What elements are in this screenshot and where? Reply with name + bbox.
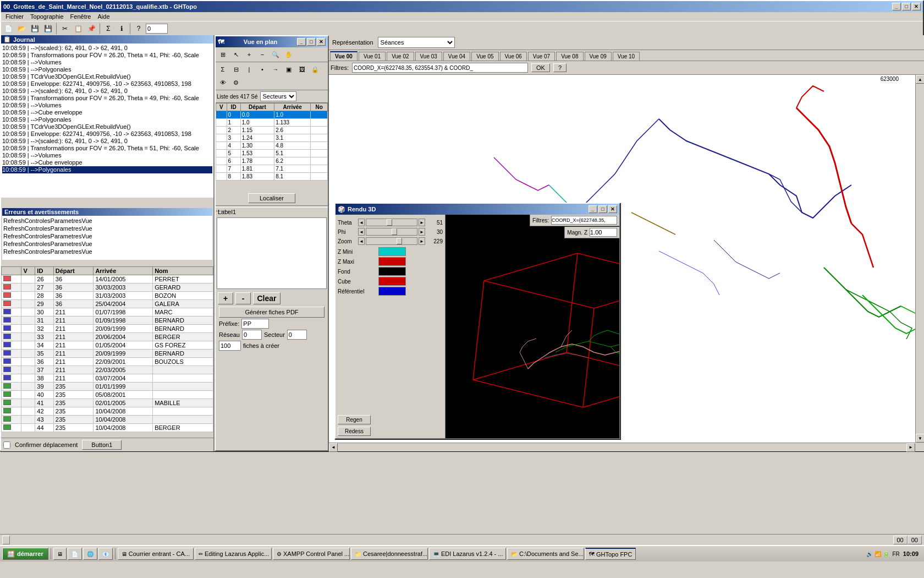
menu-fichier[interactable]: Fichier xyxy=(2,13,27,20)
search-input[interactable] xyxy=(146,24,168,34)
col-nom[interactable]: Nom xyxy=(153,267,213,275)
plan-btn2-frame[interactable]: ▣ xyxy=(283,63,295,75)
prefixe-input[interactable] xyxy=(241,319,269,329)
col-arrivee[interactable]: Arrivée xyxy=(94,267,153,275)
table-row[interactable]: 28 36 31/03/2003 BOZON xyxy=(2,292,213,300)
map-hscroll[interactable]: ◄ ► xyxy=(329,443,915,451)
secteur-row[interactable]: 4 1.30 4.8 xyxy=(216,142,328,150)
sect-col-depart[interactable]: Départ xyxy=(240,103,274,111)
vue-plan-close[interactable]: ✕ xyxy=(317,38,326,46)
plan-btn-move[interactable]: ✋ xyxy=(283,48,295,61)
taskbar-item-edi[interactable]: 💻 EDI Lazarus v1.2.4 - ... xyxy=(429,548,506,560)
tab-vue09[interactable]: Vue 09 xyxy=(585,52,612,61)
sect-col-arrivee[interactable]: Arrivée xyxy=(274,103,311,111)
taskbar-quick4[interactable]: 📧 xyxy=(98,548,113,560)
fond-color-box[interactable] xyxy=(378,267,406,276)
secteurs-table-container[interactable]: V ID Départ Arrivée No 0 0.0 1.0 1 1.0 xyxy=(216,103,328,191)
table-row[interactable]: 32 211 20/09/1999 BERNARD xyxy=(2,325,213,333)
taskbar-item-courrier[interactable]: 🖥 Courrier entrant - CA... xyxy=(118,548,194,560)
plan-btn2-dot[interactable]: • xyxy=(256,63,268,75)
tab-vue02[interactable]: Vue 02 xyxy=(387,52,414,61)
cut-button[interactable]: ✂ xyxy=(59,23,71,35)
theta-left-arrow[interactable]: ◄ xyxy=(358,219,365,226)
save2-button[interactable]: 💾 xyxy=(42,23,54,35)
phi-right-arrow[interactable]: ► xyxy=(419,228,425,236)
plan-btn2-lock[interactable]: 🔒 xyxy=(309,63,321,75)
open-button[interactable]: 📂 xyxy=(15,23,28,35)
pdf-plus-button[interactable]: + xyxy=(218,292,233,304)
hscroll-left[interactable]: ◄ xyxy=(329,443,338,452)
tab-vue01[interactable]: Vue 01 xyxy=(359,52,386,61)
plan-btn-zoom-out[interactable]: − xyxy=(256,48,268,61)
taskbar-item-editing[interactable]: ✏ Editing Lazarus Applic... xyxy=(195,548,272,560)
tab-vue05[interactable]: Vue 05 xyxy=(471,52,498,61)
menu-aide[interactable]: Aide xyxy=(95,13,113,20)
rendu-3d-close[interactable]: ✕ xyxy=(608,205,617,213)
zoom-right-arrow[interactable]: ► xyxy=(419,237,425,245)
magn-input[interactable] xyxy=(590,228,617,237)
sum-button[interactable]: Σ xyxy=(102,23,114,35)
plan-btn-search[interactable]: 🔍 xyxy=(270,48,282,61)
taskbar-quick2[interactable]: 📄 xyxy=(68,548,82,560)
journal-body[interactable]: 10:08:59 | -->(scaled:): 62, 491, 0 -> 6… xyxy=(1,43,213,198)
col-depart[interactable]: Départ xyxy=(53,267,94,275)
plan-btn2-arrow[interactable]: → xyxy=(270,63,282,75)
plan-btn-zoom-in[interactable]: + xyxy=(243,48,255,61)
plan-btn2-line[interactable]: | xyxy=(243,63,255,75)
filter-ok-button[interactable]: OK xyxy=(531,63,550,72)
secteur-input[interactable] xyxy=(287,330,307,340)
plan-btn-select[interactable]: ↖ xyxy=(230,48,242,61)
secteur-row[interactable]: 8 1.83 8.1 xyxy=(216,173,328,181)
taskbar-item-cesaree[interactable]: 📁 Cesaree|donneesstraf... xyxy=(351,548,428,560)
zmaxi-color-box[interactable] xyxy=(378,257,406,266)
fiches-count-input[interactable] xyxy=(219,341,241,351)
taskbar-item-docs[interactable]: 📂 C:\Documents and Se... xyxy=(507,548,584,560)
minimize-button[interactable]: _ xyxy=(892,3,901,10)
menu-fenetre[interactable]: Fenêtre xyxy=(67,13,95,20)
plan-btn2-gear[interactable]: ⚙ xyxy=(230,77,242,89)
referentiel-color-box[interactable] xyxy=(378,287,406,296)
table-row[interactable]: 30 211 01/07/1998 MARC xyxy=(2,308,213,317)
tab-vue06[interactable]: Vue 06 xyxy=(500,52,527,61)
vscroll-down[interactable]: ▼ xyxy=(916,434,924,443)
phi-left-arrow[interactable]: ◄ xyxy=(358,228,365,236)
secteur-row[interactable]: 7 1.81 7.1 xyxy=(216,165,328,173)
rendu-3d-minimize[interactable]: _ xyxy=(588,205,597,213)
info-button[interactable]: ℹ xyxy=(116,23,128,35)
menu-topographie[interactable]: Topographie xyxy=(27,13,67,20)
pdf-minus-button[interactable]: - xyxy=(235,292,251,304)
regen-button[interactable]: Regen xyxy=(338,415,371,424)
secteur-row[interactable]: 1 1.0 1.133 xyxy=(216,119,328,127)
plan-btn2-sum[interactable]: Σ xyxy=(217,63,229,75)
tab-vue04[interactable]: Vue 04 xyxy=(443,52,470,61)
table-row[interactable]: 37 211 22/03/2005 xyxy=(2,366,213,374)
tab-vue07[interactable]: Vue 07 xyxy=(528,52,555,61)
filter-input[interactable] xyxy=(352,63,528,73)
table-row[interactable]: 34 211 01/05/2004 GS FOREZ xyxy=(2,341,213,350)
tab-vue10[interactable]: Vue 10 xyxy=(613,52,640,61)
generer-pdf-button[interactable]: Générer fiches PDF xyxy=(219,307,324,318)
redess-button[interactable]: Redess xyxy=(338,427,371,436)
zoom-left-arrow[interactable]: ◄ xyxy=(358,237,365,245)
table-row[interactable]: 36 211 22/09/2001 BOUZOLS xyxy=(2,358,213,366)
vscroll-up[interactable]: ▲ xyxy=(916,75,924,84)
maximize-button[interactable]: □ xyxy=(902,3,911,10)
pdf-clear-button[interactable]: Clear xyxy=(253,292,280,304)
table-row[interactable]: 26 36 14/01/2005 PERRET xyxy=(2,275,213,283)
col-v[interactable]: V xyxy=(21,267,35,275)
phi-track[interactable] xyxy=(366,228,417,236)
table-row[interactable]: 29 36 25/04/2004 GALERA xyxy=(2,300,213,308)
table-row[interactable]: 31 211 01/09/1998 BERNARD xyxy=(2,317,213,325)
plan-btn2-img[interactable]: 🖼 xyxy=(296,63,308,75)
button1[interactable]: Button1 xyxy=(82,440,122,450)
paste-button[interactable]: 📌 xyxy=(85,23,97,35)
data-table-container[interactable]: V ID Départ Arrivée Nom 26 36 14/01/2005… xyxy=(1,266,213,437)
tab-vue08[interactable]: Vue 08 xyxy=(556,52,583,61)
hscroll-right[interactable]: ► xyxy=(906,443,915,452)
sect-col-no[interactable]: No xyxy=(311,103,328,111)
start-button[interactable]: 🪟 démarrer xyxy=(2,548,48,560)
copy-button[interactable]: 📋 xyxy=(72,23,84,35)
map-vscroll[interactable]: ▲ ▼ xyxy=(915,75,924,443)
secteur-row[interactable]: 3 1.24 3.1 xyxy=(216,134,328,142)
vue-plan-maximize[interactable]: □ xyxy=(307,38,316,46)
